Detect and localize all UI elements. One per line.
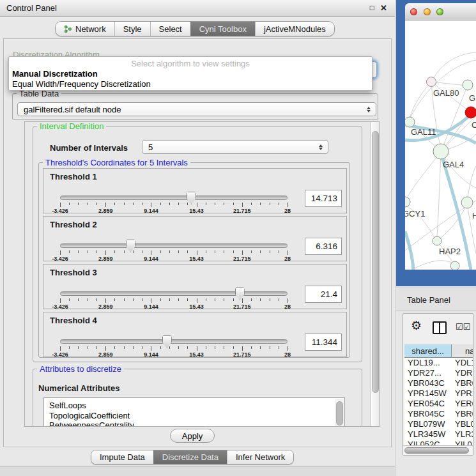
network-node[interactable] [405, 117, 415, 127]
tick-label: 9.144 [144, 256, 158, 262]
slider-track[interactable] [60, 196, 288, 200]
tab-style[interactable]: Style [114, 22, 150, 36]
tab-infer-network[interactable]: Infer Network [227, 450, 293, 464]
cell-name: YER0 [452, 399, 473, 409]
network-node[interactable] [405, 197, 410, 207]
popup-hint: Select algorithm to view settings [9, 59, 372, 68]
tab-impute-data[interactable]: Impute Data [91, 450, 153, 464]
table-row[interactable]: YBR043CYBR0 [404, 378, 473, 388]
network-node[interactable] [433, 236, 441, 245]
zoom-traffic-light[interactable] [436, 8, 443, 15]
table-scrollbar-thumb[interactable] [404, 447, 469, 454]
gear-icon[interactable]: ⚙ [411, 319, 422, 332]
network-node[interactable] [450, 261, 459, 270]
cell-shared-name: YLR345W [404, 429, 452, 440]
tick-label: 15.43 [189, 256, 204, 262]
table-row[interactable]: YPR145WYPR1 [404, 388, 473, 399]
apply-button[interactable]: Apply [170, 429, 215, 443]
settings-scrollbar[interactable] [370, 122, 380, 426]
node-table[interactable]: shared...na YDL19...YDL1YDR27...YDR2YBR0… [404, 344, 473, 445]
tick-label: 9.144 [144, 208, 158, 214]
table-horizontal-scrollbar[interactable] [403, 445, 473, 456]
menu-item-equal-width-frequency[interactable]: Equal Width/Frequency Discretization [9, 79, 372, 89]
float-window-icon[interactable]: □ [370, 3, 374, 12]
cell-shared-name: YBR043C [404, 378, 452, 388]
cell-name: YBL0 [452, 419, 473, 429]
network-tab-icon [64, 25, 72, 33]
tab-label: Impute Data [100, 452, 145, 462]
table-data-combobox[interactable]: galFiltered.sif default node [17, 102, 376, 116]
list-item[interactable]: SelfLoops [44, 401, 344, 411]
columns-icon[interactable] [433, 321, 447, 334]
cell-name: YLR3 [452, 429, 473, 440]
checkbox-icons[interactable]: ☑☑ [456, 322, 470, 332]
list-item[interactable]: BetweennessCentrality [44, 420, 344, 427]
list-item[interactable]: TopologicalCoefficient [44, 411, 344, 421]
number-of-intervals-label: Number of Intervals [50, 143, 128, 153]
network-edge[interactable] [406, 151, 441, 201]
tick-label: 2.859 [98, 208, 113, 214]
table-data-group: Table Data galFiltered.sif default node [12, 93, 378, 120]
cell-shared-name: YDL19... [404, 358, 452, 368]
table-panel-header: Table Panel [396, 288, 476, 311]
threshold-label: Threshold 4 [50, 316, 97, 325]
threshold-label: Threshold 2 [50, 220, 97, 229]
slider-track[interactable] [60, 243, 288, 248]
settings-scrollbar-thumb[interactable] [372, 131, 379, 393]
slider-track[interactable] [60, 339, 288, 344]
network-node-label: GAL11 [411, 127, 436, 137]
table-row[interactable]: YDL19...YDL1 [404, 358, 473, 368]
table-row[interactable]: YBL079WYBL0 [404, 419, 473, 429]
network-view-window: GAL80G.CGAL11GAL4GCY1HHAP2 [396, 0, 476, 286]
threshold-2-panel: Threshold 2-3.4262.8599.14415.4321.71528… [43, 216, 347, 261]
column-header-shared-[interactable]: shared... [404, 344, 452, 357]
network-edge[interactable] [431, 82, 467, 86]
control-panel-titlebar[interactable]: Control Panel □ ✕ [0, 0, 395, 17]
close-window-icon[interactable]: ✕ [380, 3, 387, 13]
node-table-panel: ⚙ ☑☑ shared...na YDL19...YDL1YDR27...YDR… [403, 313, 473, 456]
tick-label: 2.859 [98, 303, 113, 310]
network-edge[interactable] [467, 203, 476, 254]
slider-track[interactable] [60, 291, 288, 296]
table-row[interactable]: YER054CYER0 [404, 399, 473, 409]
tab-jactivemnodules[interactable]: jActiveMNodules [255, 22, 334, 36]
cell-shared-name: YBL079W [404, 419, 452, 429]
tab-network[interactable]: Network [56, 22, 114, 36]
tab-cyni-toolbox[interactable]: Cyni Toolbox [190, 22, 255, 36]
network-node-label: HAP2 [439, 247, 461, 256]
threshold-4-panel: Threshold 4-3.4262.8599.14415.4321.71528… [43, 312, 347, 357]
threshold-value-field[interactable]: 14.713 [305, 190, 342, 207]
threshold-value-field[interactable]: 11.344 [305, 334, 342, 351]
threshold-3-panel: Threshold 3-3.4262.8599.14415.4321.71528… [43, 264, 347, 309]
minimize-traffic-light[interactable] [424, 8, 431, 15]
tab-discretize-data[interactable]: Discretize Data [153, 450, 227, 464]
tab-select[interactable]: Select [150, 22, 190, 36]
network-edge[interactable] [437, 151, 441, 236]
threshold-value-field[interactable]: 6.316 [305, 238, 342, 255]
network-edge-thick[interactable] [405, 231, 413, 270]
list-scrollbar-thumb[interactable] [336, 401, 343, 426]
table-row[interactable]: YIL052CYIL0 [404, 440, 473, 445]
numerical-attributes-list[interactable]: SelfLoopsTopologicalCoefficientBetweenne… [43, 397, 345, 427]
table-row[interactable]: YLR345WYLR3 [404, 429, 473, 440]
list-scrollbar[interactable] [335, 399, 344, 427]
menu-item-manual-discretization[interactable]: Manual Discretization [9, 68, 372, 79]
network-node[interactable] [427, 77, 436, 87]
network-node[interactable] [463, 80, 473, 90]
threshold-1-panel: Threshold 1-3.4262.8599.14415.4321.71528… [43, 168, 347, 213]
table-row[interactable]: YDR27...YDR2 [404, 368, 473, 378]
number-of-intervals-combobox[interactable]: 5 [142, 140, 328, 154]
close-traffic-light[interactable] [410, 8, 417, 15]
threshold-value-field[interactable]: 21.4 [305, 286, 342, 303]
network-node[interactable] [465, 107, 476, 118]
threshold-label: Threshold 3 [50, 268, 97, 277]
network-canvas[interactable]: GAL80G.CGAL11GAL4GCY1HHAP2 [405, 20, 476, 270]
network-node[interactable] [433, 144, 449, 159]
network-node[interactable] [461, 197, 473, 208]
tick-label: 15.43 [189, 351, 204, 358]
column-header-na[interactable]: na [452, 344, 473, 357]
network-window-titlebar[interactable] [405, 3, 476, 20]
table-row[interactable]: YBR045CYBR0 [404, 409, 473, 419]
network-edge[interactable] [434, 52, 476, 78]
attributes-group-title: Attributes to discretize [37, 364, 124, 374]
